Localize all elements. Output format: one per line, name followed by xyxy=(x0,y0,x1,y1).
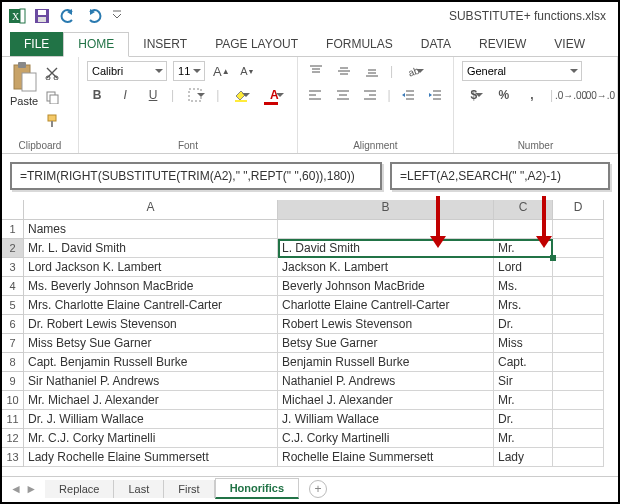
cell[interactable]: Mr. xyxy=(494,391,553,410)
cell[interactable]: Mr. xyxy=(494,429,553,448)
orientation-button[interactable]: ab xyxy=(401,61,427,81)
align-right-button[interactable] xyxy=(360,85,379,105)
cell[interactable]: Mr. Michael J. Alexander xyxy=(24,391,278,410)
format-painter-button[interactable] xyxy=(42,111,62,131)
align-middle-button[interactable] xyxy=(334,61,354,81)
row-header[interactable]: 2 xyxy=(2,239,24,258)
cell[interactable]: Michael J. Alexander xyxy=(278,391,494,410)
cell[interactable]: Rochelle Elaine Summersett xyxy=(278,448,494,467)
cell[interactable] xyxy=(553,258,604,277)
accounting-format-button[interactable]: $ xyxy=(462,85,486,105)
qat-dropdown-icon[interactable] xyxy=(112,8,128,24)
bold-button[interactable]: B xyxy=(87,85,107,105)
select-all-corner[interactable] xyxy=(2,200,24,220)
tab-page-layout[interactable]: PAGE LAYOUT xyxy=(201,33,312,56)
fill-color-button[interactable] xyxy=(227,85,253,105)
align-left-button[interactable] xyxy=(306,85,325,105)
redo-icon[interactable] xyxy=(86,8,102,24)
cell[interactable] xyxy=(553,353,604,372)
cell[interactable]: Nathaniel P. Andrews xyxy=(278,372,494,391)
cell[interactable]: Robert Lewis Stevenson xyxy=(278,315,494,334)
undo-icon[interactable] xyxy=(60,8,76,24)
row-header[interactable]: 3 xyxy=(2,258,24,277)
cell[interactable]: Sir Nathaniel P. Andrews xyxy=(24,372,278,391)
sheet-tab-first[interactable]: First xyxy=(164,480,214,498)
cell[interactable]: L. David Smith xyxy=(278,239,494,258)
new-sheet-button[interactable]: + xyxy=(309,480,327,498)
col-header-b[interactable]: B xyxy=(278,200,494,220)
row-header[interactable]: 6 xyxy=(2,315,24,334)
cell[interactable]: Dr. xyxy=(494,410,553,429)
cell[interactable]: Dr. xyxy=(494,315,553,334)
tab-home[interactable]: HOME xyxy=(63,32,129,57)
paste-button[interactable]: Paste xyxy=(10,61,38,107)
copy-button[interactable] xyxy=(42,87,62,107)
row-header[interactable]: 11 xyxy=(2,410,24,429)
align-center-button[interactable] xyxy=(333,85,352,105)
col-header-c[interactable]: C xyxy=(494,200,553,220)
row-header[interactable]: 10 xyxy=(2,391,24,410)
cell[interactable]: Lord Jackson K. Lambert xyxy=(24,258,278,277)
cell[interactable] xyxy=(553,239,604,258)
borders-button[interactable] xyxy=(182,85,208,105)
font-name-combo[interactable]: Calibri xyxy=(87,61,167,81)
row-header[interactable]: 7 xyxy=(2,334,24,353)
increase-font-button[interactable]: A▲ xyxy=(211,61,231,81)
fill-handle[interactable] xyxy=(550,255,556,261)
row-header[interactable]: 5 xyxy=(2,296,24,315)
row-header[interactable]: 9 xyxy=(2,372,24,391)
cell[interactable]: Lord xyxy=(494,258,553,277)
tab-formulas[interactable]: FORMULAS xyxy=(312,33,407,56)
italic-button[interactable]: I xyxy=(115,85,135,105)
cell[interactable] xyxy=(553,315,604,334)
cell[interactable]: C.J. Corky Martinelli xyxy=(278,429,494,448)
cell[interactable]: Miss Betsy Sue Garner xyxy=(24,334,278,353)
decrease-indent-button[interactable] xyxy=(399,85,418,105)
comma-format-button[interactable]: , xyxy=(522,85,542,105)
cell[interactable]: Charlotte Elaine Cantrell-Carter xyxy=(278,296,494,315)
cell[interactable] xyxy=(553,410,604,429)
cell[interactable] xyxy=(553,334,604,353)
cell[interactable] xyxy=(553,220,604,239)
row-header[interactable]: 4 xyxy=(2,277,24,296)
cell[interactable]: Dr. Robert Lewis Stevenson xyxy=(24,315,278,334)
cell[interactable] xyxy=(553,429,604,448)
cell[interactable]: Beverly Johnson MacBride xyxy=(278,277,494,296)
cell[interactable] xyxy=(553,277,604,296)
sheet-tab-replace[interactable]: Replace xyxy=(45,480,114,498)
cell[interactable]: Sir xyxy=(494,372,553,391)
cell[interactable]: Miss xyxy=(494,334,553,353)
cell[interactable]: J. William Wallace xyxy=(278,410,494,429)
cell[interactable]: Capt. xyxy=(494,353,553,372)
cell[interactable]: Capt. Benjamin Russell Burke xyxy=(24,353,278,372)
tab-file[interactable]: FILE xyxy=(10,32,63,56)
row-header[interactable]: 13 xyxy=(2,448,24,467)
cell[interactable]: Mr. L. David Smith xyxy=(24,239,278,258)
cell[interactable] xyxy=(553,372,604,391)
col-header-d[interactable]: D xyxy=(553,200,604,220)
cell[interactable]: Mrs. xyxy=(494,296,553,315)
col-header-a[interactable]: A xyxy=(24,200,278,220)
font-color-button[interactable]: A xyxy=(261,85,287,105)
tab-review[interactable]: REVIEW xyxy=(465,33,540,56)
percent-format-button[interactable]: % xyxy=(494,85,514,105)
cell[interactable]: Mrs. Charlotte Elaine Cantrell-Carter xyxy=(24,296,278,315)
row-header[interactable]: 8 xyxy=(2,353,24,372)
row-header[interactable]: 12 xyxy=(2,429,24,448)
cell[interactable]: Mr. xyxy=(494,239,553,258)
cut-button[interactable] xyxy=(42,63,62,83)
underline-button[interactable]: U xyxy=(143,85,163,105)
cell[interactable] xyxy=(494,220,553,239)
cell[interactable]: Jackson K. Lambert xyxy=(278,258,494,277)
increase-indent-button[interactable] xyxy=(426,85,445,105)
cell[interactable] xyxy=(553,448,604,467)
cell[interactable]: Lady Rochelle Elaine Summersett xyxy=(24,448,278,467)
cell[interactable]: Dr. J. William Wallace xyxy=(24,410,278,429)
cell[interactable]: Ms. xyxy=(494,277,553,296)
cell[interactable]: Lady xyxy=(494,448,553,467)
align-top-button[interactable] xyxy=(306,61,326,81)
cell[interactable]: Mr. C.J. Corky Martinelli xyxy=(24,429,278,448)
sheet-tab-last[interactable]: Last xyxy=(114,480,164,498)
cell[interactable] xyxy=(553,296,604,315)
cell[interactable]: Benjamin Russell Burke xyxy=(278,353,494,372)
